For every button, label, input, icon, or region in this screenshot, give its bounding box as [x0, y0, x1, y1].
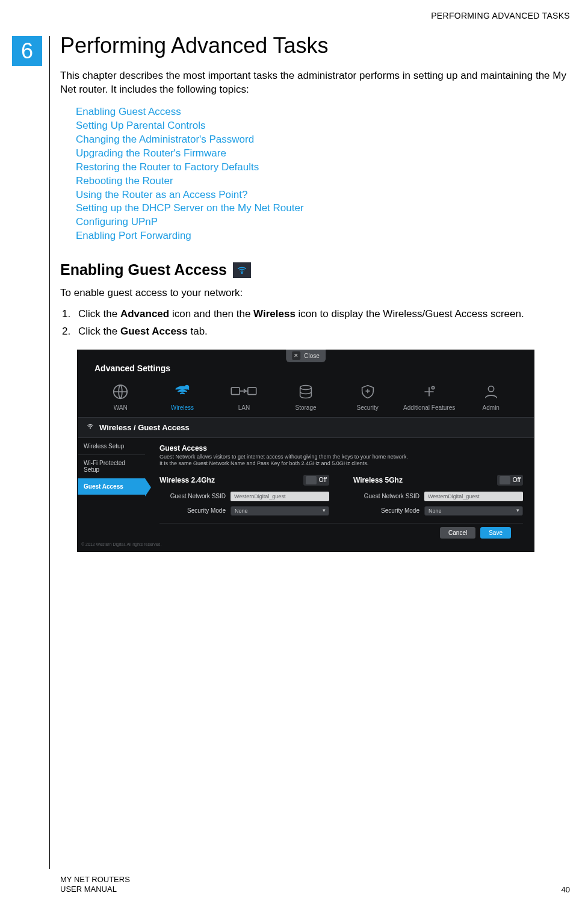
toc-link[interactable]: Enabling Guest Access	[76, 105, 570, 119]
form-title: Guest Access	[159, 444, 523, 452]
nav-lan[interactable]: LAN	[213, 381, 275, 411]
toc-link[interactable]: Enabling Port Forwarding	[76, 229, 570, 243]
nav-wireless[interactable]: Wireless	[152, 381, 214, 411]
ssid-label: Guest Network SSID	[353, 493, 419, 499]
shield-icon	[336, 381, 398, 402]
form-description: Guest Network allows visitors to get int…	[159, 454, 523, 468]
security-mode-select-5ghz[interactable]: None	[424, 506, 523, 516]
wifi-icon	[233, 262, 251, 278]
globe-icon	[90, 381, 152, 402]
toggle-24ghz[interactable]: Off	[303, 475, 329, 486]
chapter-toc: Enabling Guest Access Setting Up Parenta…	[76, 105, 570, 243]
security-mode-label: Security Mode	[159, 507, 226, 514]
section-title: Enabling Guest Access	[60, 261, 227, 279]
toc-link[interactable]: Changing the Administrator's Password	[76, 133, 570, 147]
side-tabs: Wireless Setup Wi-Fi Protected Setup Gue…	[78, 438, 145, 541]
wifi-gear-icon	[152, 381, 214, 402]
nav-security[interactable]: Security	[336, 381, 398, 411]
toc-link[interactable]: Restoring the Router to Factory Defaults	[76, 161, 570, 175]
section-lead: To enable guest access to your network:	[60, 287, 570, 299]
cancel-button[interactable]: Cancel	[440, 527, 475, 539]
vertical-rule	[49, 36, 50, 869]
nav-label: Wireless	[152, 404, 214, 411]
router-ui-screenshot: ✕ Close Advanced Settings WAN	[77, 350, 534, 552]
nav-admin[interactable]: Admin	[460, 381, 522, 411]
side-tab-guest-access[interactable]: Guest Access	[78, 478, 145, 495]
ssid-input-5ghz[interactable]	[424, 492, 523, 501]
svg-rect-4	[248, 388, 256, 395]
save-button[interactable]: Save	[480, 527, 511, 539]
svg-point-6	[432, 386, 435, 389]
nav-label: LAN	[213, 404, 275, 411]
toc-link[interactable]: Setting up the DHCP Server on the My Net…	[76, 202, 570, 215]
col-head-label: Wireless 5Ghz	[353, 476, 403, 484]
instruction-step: Click the Guest Access tab.	[73, 325, 570, 339]
chapter-intro: This chapter describes the most importan…	[60, 69, 570, 97]
nav-label: Admin	[460, 404, 522, 411]
plus-icon	[398, 381, 460, 402]
toc-link[interactable]: Rebooting the Router	[76, 175, 570, 188]
footer-page-number: 40	[562, 885, 570, 894]
close-label: Close	[304, 353, 320, 359]
svg-rect-3	[232, 388, 240, 395]
toc-link[interactable]: Configuring UPnP	[76, 215, 570, 229]
chapter-title: Performing Advanced Tasks	[60, 33, 570, 58]
toc-link[interactable]: Upgrading the Router's Firmware	[76, 147, 570, 161]
svg-point-7	[488, 386, 494, 392]
storage-icon	[275, 381, 337, 402]
toc-link[interactable]: Using the Router as an Access Point?	[76, 188, 570, 202]
svg-point-5	[300, 386, 312, 390]
breadcrumb-text: Wireless / Guest Access	[99, 423, 190, 432]
nav-wan[interactable]: WAN	[90, 381, 152, 411]
column-24ghz: Wireless 2.4Ghz Off Guest Network SSID S…	[159, 475, 329, 520]
nav-label: Additional Features	[398, 404, 460, 411]
nav-additional[interactable]: Additional Features	[398, 381, 460, 411]
instruction-list: Click the Advanced icon and then the Wir…	[60, 307, 570, 339]
column-5ghz: Wireless 5Ghz Off Guest Network SSID Sec…	[353, 475, 523, 520]
ssid-input-24ghz[interactable]	[231, 492, 329, 501]
breadcrumb: Wireless / Guest Access	[78, 417, 534, 438]
nav-label: Security	[336, 404, 398, 411]
toggle-5ghz[interactable]: Off	[497, 475, 523, 486]
nav-label: Storage	[275, 404, 337, 411]
toc-link[interactable]: Setting Up Parental Controls	[76, 119, 570, 133]
person-icon	[460, 381, 522, 402]
close-icon[interactable]: ✕	[292, 351, 300, 360]
col-head-label: Wireless 2.4Ghz	[159, 476, 215, 484]
side-tab-wps[interactable]: Wi-Fi Protected Setup	[78, 455, 145, 478]
security-mode-label: Security Mode	[353, 507, 419, 514]
nav-storage[interactable]: Storage	[275, 381, 337, 411]
nav-row: WAN Wireless LAN	[78, 381, 534, 417]
svg-point-8	[90, 428, 90, 428]
running-header: PERFORMING ADVANCED TASKS	[431, 11, 570, 20]
panel-copyright: © 2012 Western Digital. All rights reser…	[78, 541, 534, 546]
security-mode-select-24ghz[interactable]: None	[231, 506, 329, 516]
wifi-small-icon	[86, 422, 94, 433]
footer-doc-title: MY NET ROUTERS USER MANUAL	[60, 875, 130, 895]
instruction-step: Click the Advanced icon and then the Wir…	[73, 307, 570, 321]
lan-icon	[213, 381, 275, 402]
chapter-number-badge: 6	[12, 36, 42, 66]
close-tab[interactable]: ✕ Close	[286, 350, 326, 362]
side-tab-wireless-setup[interactable]: Wireless Setup	[78, 438, 145, 455]
svg-point-2	[185, 385, 190, 390]
nav-label: WAN	[90, 404, 152, 411]
svg-point-0	[241, 272, 243, 273]
ssid-label: Guest Network SSID	[159, 493, 226, 499]
